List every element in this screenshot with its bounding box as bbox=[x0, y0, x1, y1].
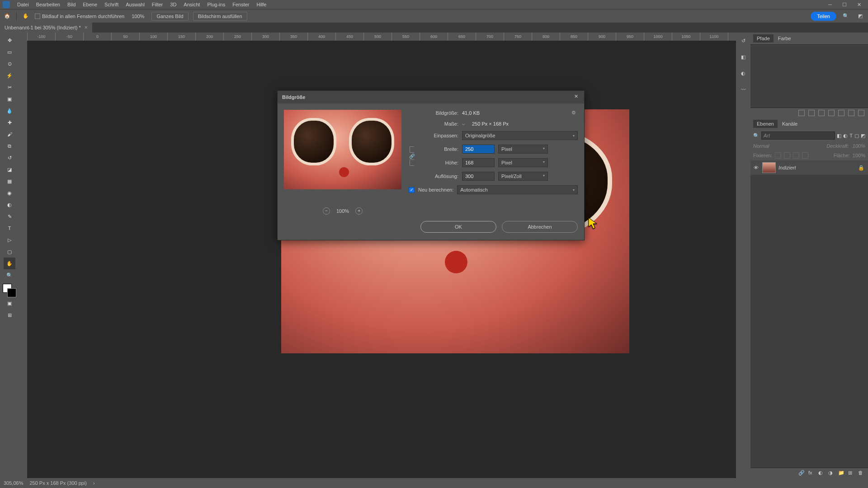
gear-icon[interactable]: ⚙ bbox=[571, 110, 578, 116]
lock-position-icon[interactable] bbox=[784, 152, 790, 159]
resolution-unit-select[interactable]: Pixel/Zoll▾ bbox=[498, 172, 548, 181]
adjustment-layer-icon[interactable]: ◑ bbox=[828, 470, 835, 476]
hand-tool[interactable]: ✋ bbox=[4, 258, 15, 269]
menu-fenster[interactable]: Fenster bbox=[229, 0, 253, 9]
workspace-icon[interactable]: ◩ bbox=[855, 11, 865, 21]
close-tab-icon[interactable]: × bbox=[85, 24, 88, 31]
marquee-tool[interactable]: ▭ bbox=[4, 46, 15, 58]
fx-icon[interactable]: fx bbox=[808, 470, 815, 476]
move-tool[interactable]: ✥ bbox=[4, 34, 15, 46]
filter-shape-icon[interactable]: ▢ bbox=[854, 133, 859, 139]
path-new-icon[interactable] bbox=[848, 110, 854, 116]
screenmode-tool[interactable]: ⊞ bbox=[4, 309, 15, 321]
opacity-value[interactable]: 100% bbox=[853, 143, 865, 149]
path-combine-icon[interactable] bbox=[828, 110, 835, 116]
scroll-all-checkbox[interactable]: Bildlauf in allen Fenstern durchführen bbox=[35, 14, 124, 19]
height-unit-select[interactable]: Pixel▾ bbox=[498, 158, 548, 167]
fill-screen-button[interactable]: Bildschirm ausfüllen bbox=[193, 12, 247, 21]
layer-row[interactable]: 👁 Indiziert 🔒 bbox=[750, 160, 868, 175]
menu-bild[interactable]: Bild bbox=[64, 0, 79, 9]
delete-layer-icon[interactable]: 🗑 bbox=[858, 470, 864, 476]
maximize-icon[interactable]: ☐ bbox=[838, 1, 851, 8]
cancel-button[interactable]: Abbrechen bbox=[502, 221, 578, 233]
menu-datei[interactable]: Datei bbox=[14, 0, 33, 9]
menu-plugins[interactable]: Plug-ins bbox=[203, 0, 229, 9]
group-icon[interactable]: 📁 bbox=[838, 470, 844, 476]
filter-image-icon[interactable]: ◧ bbox=[837, 133, 841, 139]
menu-schrift[interactable]: Schrift bbox=[101, 0, 122, 9]
tab-pfade[interactable]: Pfade bbox=[753, 34, 774, 42]
stamp-tool[interactable]: ⧉ bbox=[4, 140, 15, 152]
frame-tool[interactable]: ▣ bbox=[4, 93, 15, 105]
wand-tool[interactable]: ⚡ bbox=[4, 70, 15, 81]
link-layers-icon[interactable]: 🔗 bbox=[798, 470, 805, 476]
search-icon[interactable]: 🔍 bbox=[841, 11, 851, 21]
path-fill-icon[interactable] bbox=[798, 110, 805, 116]
visibility-icon[interactable]: 👁 bbox=[752, 165, 760, 170]
resolution-input[interactable]: 300 bbox=[462, 172, 495, 181]
heal-tool[interactable]: ✚ bbox=[4, 117, 15, 128]
lock-pixel-icon[interactable] bbox=[775, 152, 781, 159]
menu-ansicht[interactable]: Ansicht bbox=[180, 0, 203, 9]
path-mask-icon[interactable] bbox=[838, 110, 844, 116]
zoom-in-icon[interactable]: + bbox=[355, 207, 363, 215]
history-panel-icon[interactable]: ↺ bbox=[739, 36, 748, 45]
path-delete-icon[interactable] bbox=[858, 110, 864, 116]
dialog-close-icon[interactable]: ✕ bbox=[572, 94, 580, 101]
gradient-tool[interactable]: ▦ bbox=[4, 175, 15, 187]
minimize-icon[interactable]: ─ bbox=[824, 1, 836, 8]
filter-text-icon[interactable]: T bbox=[849, 133, 853, 138]
color-swatches[interactable] bbox=[3, 284, 16, 297]
lock-icon[interactable]: 🔒 bbox=[858, 165, 866, 171]
resample-checkbox[interactable]: ✓ bbox=[409, 187, 415, 193]
status-info[interactable]: 250 Px x 168 Px (300 ppi) bbox=[29, 480, 87, 486]
crop-tool[interactable]: ✂ bbox=[4, 81, 15, 93]
chevron-down-icon[interactable]: ⌵ bbox=[462, 121, 468, 127]
path-stroke-icon[interactable] bbox=[808, 110, 815, 116]
pen-tool[interactable]: ✎ bbox=[4, 211, 15, 222]
menu-hilfe[interactable]: Hilfe bbox=[253, 0, 270, 9]
path-selection-icon[interactable] bbox=[818, 110, 825, 116]
layer-thumbnail[interactable] bbox=[762, 162, 776, 173]
layer-name[interactable]: Indiziert bbox=[778, 165, 796, 170]
filter-smart-icon[interactable]: ◩ bbox=[861, 133, 865, 139]
resample-select[interactable]: Automatisch▾ bbox=[457, 185, 578, 194]
zoom-value[interactable]: 100% bbox=[129, 14, 147, 19]
path-select-tool[interactable]: ▷ bbox=[4, 234, 15, 246]
text-tool[interactable]: T bbox=[4, 222, 15, 234]
lasso-tool[interactable]: ⊙ bbox=[4, 58, 15, 70]
tab-ebenen[interactable]: Ebenen bbox=[753, 120, 778, 128]
zoom-out-icon[interactable]: − bbox=[323, 207, 330, 215]
width-input[interactable]: 250 bbox=[462, 145, 495, 154]
mask-icon[interactable]: ◐ bbox=[818, 470, 825, 476]
history-brush-tool[interactable]: ↺ bbox=[4, 152, 15, 164]
tab-kanaele[interactable]: Kanäle bbox=[778, 120, 801, 128]
tab-farbe[interactable]: Farbe bbox=[774, 34, 795, 42]
lock-artboard-icon[interactable] bbox=[793, 152, 799, 159]
hand-tool-icon[interactable]: ✋ bbox=[21, 12, 30, 21]
quickmask-tool[interactable]: ▣ bbox=[4, 297, 15, 309]
ok-button[interactable]: OK bbox=[420, 221, 496, 233]
eyedropper-tool[interactable]: 💧 bbox=[4, 105, 15, 117]
shape-tool[interactable]: ▢ bbox=[4, 246, 15, 258]
status-zoom[interactable]: 305,06% bbox=[4, 480, 23, 486]
home-icon[interactable]: 🏠 bbox=[3, 12, 12, 21]
menu-bearbeiten[interactable]: Bearbeiten bbox=[33, 0, 64, 9]
layer-filter-select[interactable]: Art bbox=[761, 131, 835, 140]
lock-all-icon[interactable] bbox=[802, 152, 808, 159]
fill-value[interactable]: 100% bbox=[853, 153, 865, 158]
menu-auswahl[interactable]: Auswahl bbox=[122, 0, 148, 9]
status-chevron-icon[interactable]: › bbox=[93, 480, 95, 486]
preview-image[interactable] bbox=[284, 110, 401, 189]
zoom-tool[interactable]: 🔍 bbox=[4, 269, 15, 281]
menu-3d[interactable]: 3D bbox=[166, 0, 180, 9]
blend-mode-select[interactable]: Normal bbox=[753, 143, 769, 149]
filter-adjust-icon[interactable]: ◐ bbox=[843, 133, 848, 139]
new-layer-icon[interactable]: ⊞ bbox=[848, 470, 854, 476]
share-button[interactable]: Teilen bbox=[811, 12, 836, 21]
constrain-link-icon[interactable]: 🔗 bbox=[409, 145, 415, 167]
close-icon[interactable]: ✕ bbox=[853, 1, 865, 8]
fit-screen-button[interactable]: Ganzes Bild bbox=[151, 12, 188, 21]
eraser-tool[interactable]: ◪ bbox=[4, 164, 15, 175]
menu-ebene[interactable]: Ebene bbox=[79, 0, 101, 9]
